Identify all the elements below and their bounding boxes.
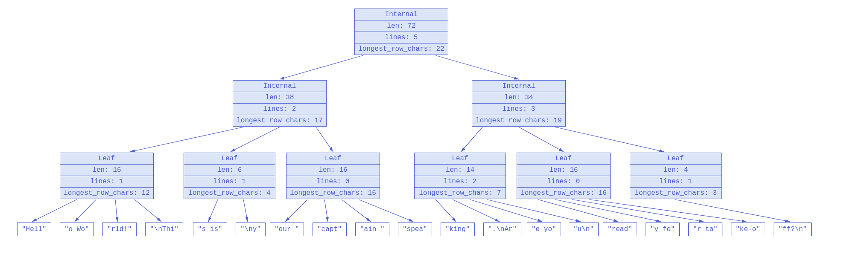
svg-line-2 <box>435 55 519 79</box>
chunk-keo: "ke-o" <box>731 223 765 236</box>
node-lines: lines: 0 <box>517 176 610 188</box>
svg-line-17 <box>342 199 371 222</box>
svg-line-20 <box>453 199 500 222</box>
leaf-node-5: Leaf len: 16 lines: 0 longest_row_chars:… <box>517 153 611 199</box>
svg-line-3 <box>130 127 243 152</box>
node-type: Leaf <box>415 153 506 165</box>
node-longest: longest_row_chars: 3 <box>630 188 721 199</box>
svg-line-15 <box>285 199 307 222</box>
node-type: Internal <box>355 9 448 20</box>
chunk-owo: "o Wo" <box>60 223 94 236</box>
node-longest: longest_row_chars: 7 <box>415 188 506 199</box>
chunk-hell: "Hell" <box>17 223 51 236</box>
chunk-eyo: "e yo" <box>527 223 561 236</box>
node-len: len: 16 <box>286 165 380 176</box>
node-len: len: 14 <box>415 165 506 176</box>
svg-line-8 <box>555 127 664 152</box>
svg-line-25 <box>572 199 704 222</box>
node-len: len: 34 <box>472 92 565 104</box>
left-internal-node: Internal len: 38 lines: 2 longest_row_ch… <box>233 80 327 127</box>
svg-line-6 <box>461 127 482 152</box>
chunk-rld: "rld!" <box>102 223 137 236</box>
node-len: len: 16 <box>517 165 610 176</box>
chunk-king: "king" <box>441 223 475 236</box>
chunk-ain: "ain " <box>355 223 389 236</box>
svg-line-24 <box>555 199 661 222</box>
chunk-ffn: "ff?\n" <box>774 223 812 236</box>
node-type: Leaf <box>184 153 275 165</box>
svg-line-4 <box>231 127 280 152</box>
svg-line-9 <box>32 199 77 222</box>
svg-line-18 <box>359 199 413 222</box>
node-longest: longest_row_chars: 4 <box>184 188 275 199</box>
node-len: len: 16 <box>60 165 153 176</box>
node-longest: longest_row_chars: 22 <box>355 43 448 55</box>
right-internal-node: Internal len: 34 lines: 3 longest_row_ch… <box>472 80 566 127</box>
node-len: len: 4 <box>630 165 721 176</box>
svg-line-11 <box>115 199 117 222</box>
svg-line-22 <box>487 199 581 222</box>
svg-line-10 <box>75 199 96 222</box>
node-type: Internal <box>472 81 565 92</box>
node-len: len: 38 <box>233 92 326 104</box>
svg-line-14 <box>243 199 248 222</box>
node-lines: lines: 2 <box>415 176 506 188</box>
chunk-nar: ".\nAr" <box>483 223 521 236</box>
node-len: len: 72 <box>355 20 448 32</box>
chunk-ny: "\ny" <box>236 223 266 236</box>
svg-line-12 <box>134 199 161 222</box>
node-type: Internal <box>233 81 326 92</box>
node-longest: longest_row_chars: 16 <box>286 188 380 199</box>
node-type: Leaf <box>60 153 153 165</box>
node-longest: longest_row_chars: 19 <box>472 115 565 126</box>
chunk-our: "our " <box>270 223 304 236</box>
node-lines: lines: 0 <box>286 176 380 188</box>
svg-line-23 <box>538 199 618 222</box>
svg-line-13 <box>208 199 218 222</box>
chunk-yfo: "y fo" <box>646 223 680 236</box>
root-internal-node: Internal len: 72 lines: 5 longest_row_ch… <box>354 9 448 55</box>
chunk-read: "read" <box>603 223 637 236</box>
node-type: Leaf <box>630 153 721 165</box>
chunk-capt: "capt" <box>313 223 347 236</box>
chunk-un: "u\n" <box>569 223 599 236</box>
leaf-node-2: Leaf len: 6 lines: 1 longest_row_chars: … <box>184 153 275 199</box>
svg-line-26 <box>589 199 746 222</box>
chunk-rta: "r ta" <box>688 223 722 236</box>
node-len: len: 6 <box>184 165 275 176</box>
node-longest: longest_row_chars: 16 <box>517 188 610 199</box>
node-lines: lines: 1 <box>184 176 275 188</box>
svg-line-21 <box>470 199 542 222</box>
node-lines: lines: 5 <box>355 32 448 43</box>
leaf-node-4: Leaf len: 14 lines: 2 longest_row_chars:… <box>414 153 506 199</box>
node-longest: longest_row_chars: 12 <box>60 188 153 199</box>
chunk-nthi: "\nThi" <box>145 223 183 236</box>
svg-line-5 <box>316 127 333 152</box>
svg-line-1 <box>280 55 363 79</box>
svg-line-16 <box>324 199 328 222</box>
node-lines: lines: 2 <box>233 104 326 115</box>
leaf-node-1: Leaf len: 16 lines: 1 longest_row_chars:… <box>60 153 154 199</box>
svg-line-7 <box>519 127 564 152</box>
node-lines: lines: 3 <box>472 104 565 115</box>
node-lines: lines: 1 <box>60 176 153 188</box>
chunk-spea: "spea" <box>398 223 432 236</box>
svg-line-27 <box>675 199 790 222</box>
leaf-node-6: Leaf len: 4 lines: 1 longest_row_chars: … <box>630 153 722 199</box>
node-type: Leaf <box>517 153 610 165</box>
svg-line-19 <box>435 199 456 222</box>
leaf-node-3: Leaf len: 16 lines: 0 longest_row_chars:… <box>286 153 380 199</box>
chunk-sis: "s is" <box>193 223 227 236</box>
node-lines: lines: 1 <box>630 176 721 188</box>
node-longest: longest_row_chars: 17 <box>233 115 326 126</box>
node-type: Leaf <box>286 153 380 165</box>
